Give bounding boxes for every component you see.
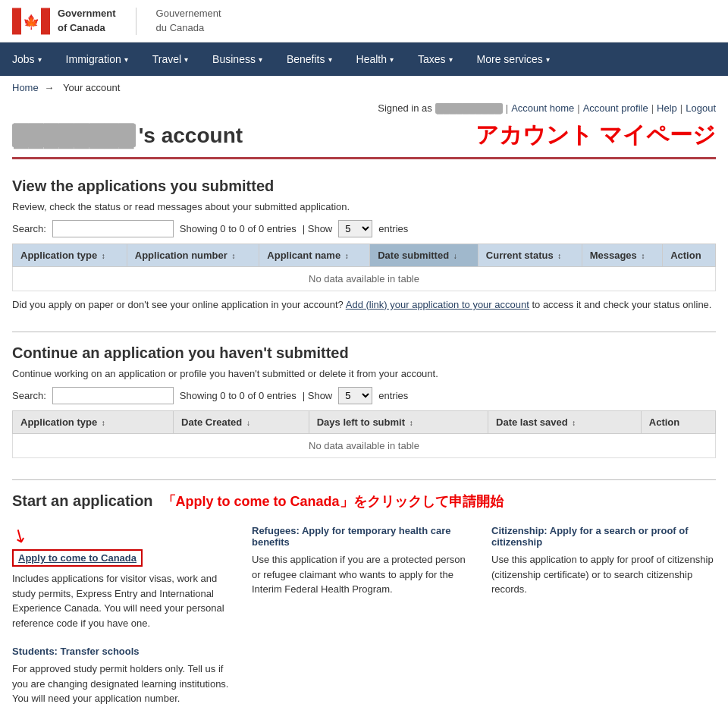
col-date-submitted[interactable]: Date submitted ↓ <box>370 244 479 267</box>
breadcrumb-current: Your account <box>63 82 120 93</box>
unsubmitted-section: Continue an application you haven't subm… <box>12 344 716 458</box>
col-current-status[interactable]: Current status ↕ <box>478 244 582 267</box>
main-content: ████████'s account アカウント マイページ View the … <box>0 120 728 704</box>
nav-more-services-arrow: ▾ <box>546 55 550 64</box>
apply-card-refugees: Refugees: Apply for temporary health car… <box>252 525 476 630</box>
svg-rect-0 <box>12 8 21 34</box>
ucol-days-left[interactable]: Days left to submit ↕ <box>309 411 488 434</box>
help-link[interactable]: Help <box>657 102 677 114</box>
ucol-date-created[interactable]: Date Created ↓ <box>174 411 309 434</box>
section-hr-1 <box>12 332 716 332</box>
nav-more-services[interactable]: More services ▾ <box>465 42 562 76</box>
col-action: Action <box>663 244 716 267</box>
ucol-date-saved[interactable]: Date last saved ↕ <box>488 411 642 434</box>
submitted-showing: Showing 0 to 0 of 0 entries <box>180 223 297 234</box>
nav-travel[interactable]: Travel ▾ <box>140 42 200 76</box>
apply-link-highlighted: Apply to come to Canada <box>12 549 143 567</box>
apply-card-citizenship: Citizenship: Apply for a search or proof… <box>491 525 716 630</box>
start-annotation: 「Apply to come to Canada」をクリックして申請開始 <box>162 492 504 511</box>
col-app-type[interactable]: Application type ↕ <box>13 244 127 267</box>
breadcrumb-arrow: → <box>44 82 54 93</box>
apply-students-desc: For approved study permit holders only. … <box>12 662 237 704</box>
breadcrumb-home-link[interactable]: Home <box>12 82 39 93</box>
nav-taxes-arrow: ▾ <box>449 55 453 64</box>
japanese-title: アカウント マイページ <box>475 120 716 151</box>
nav-business[interactable]: Business ▾ <box>200 42 275 76</box>
apply-canada-desc: Includes applications for visitor visas,… <box>12 571 237 630</box>
main-nav: Jobs ▾ Immigration ▾ Travel ▾ Business ▾… <box>0 42 728 76</box>
unsubmitted-show-select[interactable]: 5102550 <box>338 387 372 404</box>
col-applicant-name[interactable]: Applicant name ↕ <box>259 244 370 267</box>
gov-name-fr: Gouvernementdu Canada <box>156 7 221 34</box>
unsubmitted-entries-label: entries <box>378 390 408 401</box>
logout-link[interactable]: Logout <box>686 102 716 114</box>
gov-header: 🍁 Governmentof Canada Gouvernementdu Can… <box>0 0 728 42</box>
apply-refugees-desc: Use this application if you are a protec… <box>252 552 476 597</box>
start-section: Start an application 「Apply to come to C… <box>12 492 716 704</box>
apply-canada-link[interactable]: Apply to come to Canada <box>18 552 136 564</box>
account-home-link[interactable]: Account home <box>511 102 574 114</box>
submitted-heading: View the applications you submitted <box>12 178 716 195</box>
nav-benefits-arrow: ▾ <box>328 55 332 64</box>
apply-refugees-link[interactable]: Refugees: Apply for temporary health car… <box>252 525 450 548</box>
gov-name-en: Governmentof Canada <box>58 7 116 34</box>
svg-rect-1 <box>41 8 50 34</box>
apply-cards-extra: Students: Transfer schools For approved … <box>12 646 716 704</box>
submitted-description: Review, check the status or read message… <box>12 201 716 212</box>
account-profile-link[interactable]: Account profile <box>583 102 648 114</box>
submitted-table: Application type ↕ Application number ↕ … <box>12 244 716 291</box>
breadcrumb: Home → Your account <box>0 76 728 99</box>
nav-health-arrow: ▾ <box>390 55 394 64</box>
signed-in-label: Signed in as <box>378 102 432 114</box>
ucol-app-type[interactable]: Application type ↕ <box>13 411 174 434</box>
submitted-entries-label: entries <box>378 223 408 234</box>
signed-in-bar: Signed in as ██████████ | Account home |… <box>0 99 728 120</box>
submitted-search-input[interactable] <box>52 220 174 237</box>
gov-logo: 🍁 Governmentof Canada Gouvernementdu Can… <box>12 6 221 36</box>
nav-jobs-arrow: ▾ <box>38 55 42 64</box>
nav-business-arrow: ▾ <box>259 55 262 64</box>
apply-students-link[interactable]: Students: Transfer schools <box>12 646 140 657</box>
unsubmitted-search-input[interactable] <box>52 387 174 404</box>
apply-citizenship-desc: Use this application to apply for proof … <box>491 552 716 597</box>
col-app-number[interactable]: Application number ↕ <box>127 244 259 267</box>
account-title-row: ████████'s account アカウント マイページ <box>12 120 716 159</box>
nav-travel-arrow: ▾ <box>184 55 188 64</box>
submitted-show-label: | Show <box>303 223 333 234</box>
canada-flag-icon: 🍁 <box>12 6 50 36</box>
unsubmitted-no-data: No data available in table <box>13 434 716 458</box>
unsubmitted-no-data-row: No data available in table <box>13 434 716 458</box>
link-suffix: to access it and check your status onlin… <box>532 299 711 310</box>
nav-immigration-arrow: ▾ <box>124 55 128 64</box>
submitted-no-data-row: No data available in table <box>13 267 716 291</box>
red-arrow-icon: ↙ <box>8 523 31 548</box>
start-heading: Start an application <box>12 492 153 510</box>
nav-health[interactable]: Health ▾ <box>344 42 406 76</box>
ucol-action: Action <box>641 411 715 434</box>
nav-benefits[interactable]: Benefits ▾ <box>275 42 344 76</box>
apply-card-students: Students: Transfer schools For approved … <box>12 646 237 704</box>
unsubmitted-search-label: Search: <box>12 390 46 401</box>
nav-jobs[interactable]: Jobs ▾ <box>0 42 54 76</box>
apply-card-canada: ↙ Apply to come to Canada Includes appli… <box>12 525 237 630</box>
apply-cards: ↙ Apply to come to Canada Includes appli… <box>12 525 716 630</box>
nav-immigration[interactable]: Immigration ▾ <box>54 42 140 76</box>
submitted-search-row: Search: Showing 0 to 0 of 0 entries | Sh… <box>12 220 716 237</box>
account-name-blurred: ████████ <box>12 124 136 147</box>
unsubmitted-table: Application type ↕ Date Created ↓ Days l… <box>12 410 716 458</box>
unsubmitted-search-row: Search: Showing 0 to 0 of 0 entries | Sh… <box>12 387 716 404</box>
submitted-section: View the applications you submitted Revi… <box>12 178 716 310</box>
nav-taxes[interactable]: Taxes ▾ <box>406 42 465 76</box>
submitted-search-label: Search: <box>12 223 46 234</box>
add-application-link[interactable]: Add (link) your application to your acco… <box>346 299 529 310</box>
col-messages[interactable]: Messages ↕ <box>582 244 663 267</box>
apply-citizenship-link[interactable]: Citizenship: Apply for a search or proof… <box>491 525 689 548</box>
signed-in-username: ██████████ <box>435 103 503 114</box>
unsubmitted-description: Continue working on an application or pr… <box>12 368 716 379</box>
gov-name-divider <box>136 8 136 35</box>
unsubmitted-showing: Showing 0 to 0 of 0 entries <box>180 390 297 401</box>
submitted-show-select[interactable]: 5102550 <box>338 220 372 237</box>
section-hr-2 <box>12 479 716 480</box>
apply-card-canada-arrow: ↙ <box>12 525 237 546</box>
unsubmitted-heading: Continue an application you haven't subm… <box>12 344 716 362</box>
